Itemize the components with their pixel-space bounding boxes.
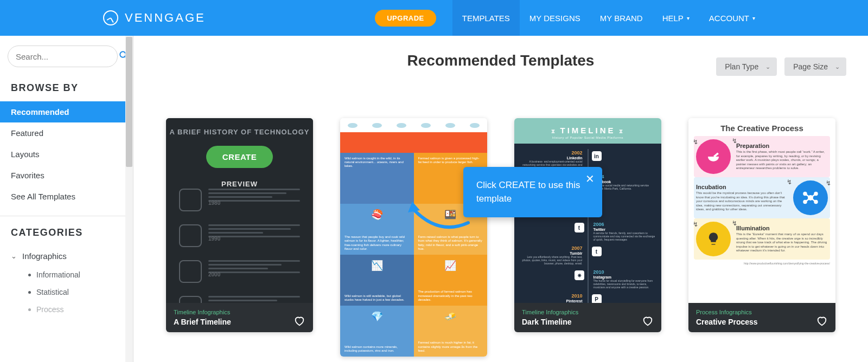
social-icon: in	[592, 151, 602, 161]
filter-page-size[interactable]: Page Size ⌄	[784, 57, 846, 76]
card-title: Creative Process	[696, 318, 758, 326]
browse-heading: BROWSE BY	[0, 77, 133, 101]
fat-icon: 🧈	[418, 309, 483, 324]
sushi-icon: 🍣	[344, 208, 410, 222]
social-icon: ✷	[575, 270, 584, 280]
content-area: Recommended Templates Plan Type ⌄ Page S…	[133, 36, 868, 362]
tooltip-text: Click CREATE to use this template	[476, 179, 589, 205]
caret-down-icon: ▾	[687, 15, 690, 21]
favorite-heart-icon[interactable]	[816, 315, 828, 327]
lightning-icon: ↯	[787, 178, 792, 186]
lightbulb-icon	[696, 222, 731, 256]
chevron-down-icon: ⌄	[765, 63, 770, 70]
card-category: Process Infographics	[696, 309, 758, 315]
clock-icon	[103, 10, 118, 25]
close-icon[interactable]: ✕	[585, 172, 595, 185]
nav-my-brand[interactable]: MY BRAND	[590, 0, 653, 36]
caret-down-icon: ▾	[752, 15, 755, 21]
tutorial-arrow-icon	[406, 198, 471, 236]
bullet-icon	[28, 274, 31, 276]
search-input[interactable]	[16, 52, 119, 61]
lightning-icon: ↯	[693, 138, 698, 146]
favorite-heart-icon[interactable]	[293, 315, 305, 327]
brand-logo[interactable]: VENNGAGE	[103, 10, 206, 25]
category-informational[interactable]: Informational	[0, 266, 133, 283]
nav-templates[interactable]: TEMPLATES	[452, 0, 520, 36]
nav-account[interactable]: ACCOUNT ▾	[699, 0, 765, 36]
sidebar-item-see-all[interactable]: See All Templates	[0, 186, 133, 207]
hourglass-icon: ⧗	[619, 128, 625, 134]
filter-plan-type[interactable]: Plan Type ⌄	[716, 57, 777, 76]
nav-help[interactable]: HELP ▾	[653, 0, 699, 36]
lightning-icon: ↯	[732, 219, 737, 227]
social-icon: t	[575, 223, 584, 232]
lightning-icon: ↯	[732, 137, 737, 145]
card4-heading: The Creative Process	[694, 124, 830, 133]
sidebar-item-recommended[interactable]: Recommended	[0, 101, 133, 122]
social-icon: t	[592, 247, 602, 256]
category-statistical[interactable]: Statistical	[0, 283, 133, 301]
bullet-icon	[28, 291, 31, 294]
card4-source-url: http://www.productiveflourishing.com/dem…	[694, 262, 830, 265]
card-title: A Brief Timeline	[174, 318, 231, 326]
category-label: Infographics	[22, 251, 67, 261]
nav-account-label: ACCOUNT	[709, 14, 749, 23]
card1-heading: A BRIEF HISTORY OF TECHNOLOGY	[170, 128, 310, 136]
favorite-heart-icon[interactable]	[642, 315, 654, 327]
tutorial-tooltip: ✕ Click CREATE to use this template	[463, 167, 602, 217]
upgrade-button[interactable]: UPGRADE	[375, 10, 436, 27]
chevron-down-icon: ⌄	[835, 63, 840, 70]
preview-button[interactable]: PREVIEW	[221, 180, 258, 188]
lightning-icon: ↯	[826, 179, 831, 187]
chevron-down-icon: ⌄	[11, 252, 17, 260]
card-category: Timeline Infographics	[522, 309, 578, 315]
card-category: Timeline Infographics	[174, 309, 231, 315]
top-navbar: VENNGAGE UPGRADE TEMPLATES MY DESIGNS MY…	[0, 0, 868, 36]
minerals-icon: 💎	[344, 309, 410, 324]
sidebar-item-layouts[interactable]: Layouts	[0, 144, 133, 165]
network-icon	[793, 180, 828, 215]
create-button[interactable]: CREATE	[206, 146, 273, 168]
nav-my-designs[interactable]: MY DESIGNS	[520, 0, 590, 36]
card1-preview-thumb: 1980 1990 2000 2010	[179, 189, 300, 303]
nav-help-label: HELP	[662, 14, 684, 23]
template-card-dark-timeline[interactable]: ⧗TIMELINE⧗ History of Popular Social Med…	[514, 118, 661, 332]
template-card-creative-process[interactable]: The Creative Process ↯ ↯ Preparation Thi…	[688, 118, 835, 332]
mortar-icon	[696, 139, 731, 174]
sidebar: BROWSE BY Recommended Featured Layouts F…	[0, 36, 133, 362]
chart-down-icon: 📉	[344, 258, 410, 273]
categories-heading: CATEGORIES	[0, 222, 133, 246]
bullet-icon	[28, 308, 31, 311]
category-infographics[interactable]: ⌄ Infographics	[0, 246, 133, 266]
category-process[interactable]: Process	[0, 301, 133, 318]
template-card-salmon-compare[interactable]: Wild salmon is caught in the wild, in it…	[340, 118, 487, 357]
search-box[interactable]	[8, 46, 118, 67]
hourglass-icon: ⧗	[551, 128, 557, 134]
card-title: Dark Timeline	[522, 318, 572, 326]
template-card-brief-timeline[interactable]: A BRIEF HISTORY OF TECHNOLOGY CREATE PRE…	[166, 118, 313, 332]
brand-name: VENNGAGE	[125, 11, 206, 25]
sidebar-item-featured[interactable]: Featured	[0, 122, 133, 144]
lightning-icon: ↯	[693, 221, 698, 228]
chart-up-icon: 📈	[418, 258, 483, 273]
sidebar-item-favorites[interactable]: Favorites	[0, 165, 133, 186]
social-icon: P	[592, 294, 602, 303]
